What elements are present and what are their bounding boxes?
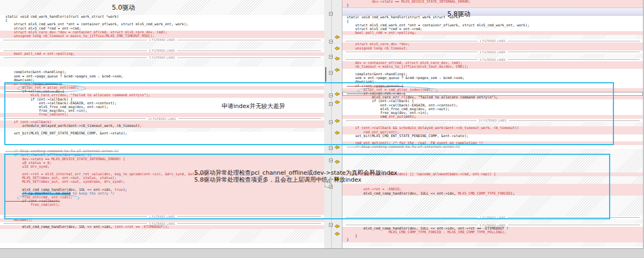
right-panel-title: 5.8驱动 [427, 10, 491, 19]
fold-marker-icon[interactable] [329, 146, 333, 150]
alignment-filler [0, 59, 324, 67]
code-line: } [342, 4, 643, 8]
code-line: } [342, 238, 643, 242]
annotation-release-note: 5.0驱动异常处理检查pci_channel_offline或dev->stat… [194, 169, 397, 183]
alignment-filler [342, 219, 643, 224]
merge-arrow-icon[interactable] [334, 115, 340, 119]
fold-marker-icon[interactable] [329, 120, 333, 124]
left-panel-title: 5.0驱动 [80, 3, 166, 12]
code-line: mlx5_cmd_comp_handler(dev, 1UL << ent->i… [0, 225, 324, 229]
code-line: bool poll_cmd = ent->polling; [0, 52, 324, 56]
scrollbar-thumb[interactable] [325, 67, 326, 82]
merge-arrow-icon[interactable] [334, 64, 340, 68]
fold-marker-icon[interactable] [329, 40, 333, 44]
fold-marker-icon[interactable] [329, 94, 333, 97]
code-line: static void cmd_work_handler(struct work… [0, 15, 324, 19]
code-line: schedule_delayed_work(&ent->cb_timeout_w… [0, 124, 324, 128]
code-line: set_bit(MLX5_CMD_ENT_STATE_PENDING_COMP,… [342, 134, 643, 138]
left-code-panel[interactable]: static void cmd_work_handler(struct work… [0, 0, 325, 249]
divider-gutter [324, 0, 342, 249]
code-line: sem = ent->page_queue ? &cmd->pages_sem … [0, 75, 324, 78]
alignment-filler [0, 41, 324, 49]
code-line: free_cmd(ent); [0, 203, 324, 207]
code-line: MLX5_CMD_COMP_TYPE_FORCED : MLX5_CMD_COM… [342, 231, 643, 234]
merge-arrow-icon[interactable] [334, 141, 340, 146]
merge-arrow-icon[interactable] [334, 53, 340, 57]
blank-space [0, 135, 324, 149]
merge-arrow-icon[interactable] [334, 228, 340, 232]
code-line: set_bit(MLX5_CMD_ENT_STATE_PENDING_COMP,… [0, 132, 324, 135]
merge-arrow-icon[interactable] [334, 156, 340, 160]
merge-arrow-icon[interactable] [334, 88, 340, 92]
alignment-filler [342, 35, 643, 39]
code-line: mlx5_cmd_comp_handler(dev, 1ULL << ent->… [342, 192, 643, 196]
alignment-filler [0, 229, 324, 243]
annotation-alloc-note: 申请index并无较大差异 [222, 103, 285, 110]
changed-blank-line [0, 207, 324, 215]
diff-compare-app: static void cmd_work_handler(struct work… [0, 0, 644, 258]
fold-marker-icon[interactable] [329, 102, 333, 106]
code-line: u32 drv_synd; [0, 165, 324, 169]
alignment-filler [342, 242, 643, 247]
fold-marker-icon[interactable] [329, 223, 333, 227]
code-line: unsigned long cb_timeout = msecs_to_jiff… [0, 34, 324, 38]
code-line: cmd_ent_put(ent); [342, 115, 643, 119]
merge-arrow-icon[interactable] [334, 127, 340, 131]
code-line: sem = ent->page_queue ? &cmd->pages_sem … [342, 76, 643, 80]
code-line: mmiowb(); [0, 218, 324, 222]
header-band [342, 8, 643, 16]
code-line: /* Skip sending command to fw if interna… [342, 145, 643, 149]
fold-marker-icon[interactable] [329, 71, 333, 75]
code-line: unsigned long cb_timeout; [342, 47, 643, 51]
code-line: dev->state == MLX5_DEVICE_STATE_INTERNAL… [342, 0, 643, 4]
code-line: static void cmd_work_handler(struct work… [342, 16, 643, 19]
merge-arrow-icon[interactable] [334, 42, 340, 47]
alignment-filler [342, 196, 643, 216]
merge-arrow-icon[interactable] [334, 96, 340, 101]
merge-arrow-icon[interactable] [334, 220, 340, 225]
annotation-release-line1: 5.0驱动异常处理检查pci_channel_offline或dev->stat… [194, 169, 397, 176]
code-line: bool poll_cmd = ent->polling; [342, 31, 643, 35]
right-code-panel[interactable]: dev->state == MLX5_DEVICE_STATE_INTERNAL… [342, 0, 643, 249]
fold-marker-icon[interactable] [329, 12, 333, 16]
annotation-release-line2: 5.8驱动异常处理检查项更多，且会在上层调用中统一释放index [194, 176, 397, 183]
fold-marker-icon[interactable] [329, 159, 333, 162]
fold-marker-icon[interactable] [329, 55, 333, 59]
merge-arrow-icon[interactable] [334, 31, 340, 35]
gutter-divider-line [331, 0, 332, 248]
hand-cursor-icon: ☝ [324, 174, 332, 191]
code-line: cb_timeout = msecs_to_jiffies(mlx5_tout_… [342, 65, 643, 69]
alignment-filler [342, 54, 643, 58]
code-line: } [342, 234, 643, 238]
code-line: free_cmd(ent); [0, 113, 324, 117]
